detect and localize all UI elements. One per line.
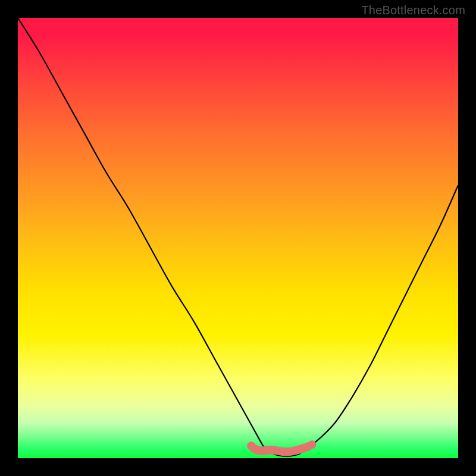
optimal-end-dot — [308, 440, 316, 449]
curve-layer — [18, 18, 458, 458]
bottleneck-curve — [18, 18, 458, 456]
optimal-band-marker — [251, 446, 308, 452]
plot-area — [18, 18, 458, 458]
watermark-text: TheBottleneck.com — [361, 4, 465, 17]
